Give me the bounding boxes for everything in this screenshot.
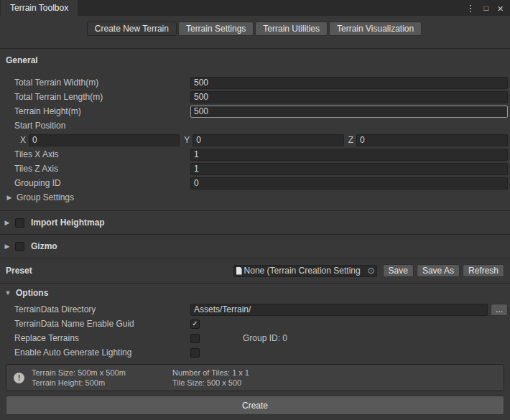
terrain-width-label: Total Terrain Width(m) (0, 78, 190, 88)
gizmo-band: ▶ Gizmo (0, 235, 510, 258)
replace-terrains-label: Replace Terrains (0, 333, 190, 343)
terrain-length-label: Total Terrain Length(m) (0, 92, 190, 102)
create-button[interactable]: Create (6, 396, 504, 415)
auto-lighting-label: Enable Auto Generate Lighting (0, 347, 190, 358)
import-heightmap-checkbox[interactable] (15, 218, 24, 228)
tiles-x-label: Tiles X Axis (0, 149, 190, 159)
options-fields: TerrainData Directory ... TerrainData Na… (0, 302, 510, 360)
check-icon: ✓ (192, 320, 198, 327)
terrain-height-label: Terrain Height(m) (0, 106, 190, 116)
replace-terrains-row: Replace Terrains Group ID: 0 (0, 331, 510, 345)
tab-terrain-visualization[interactable]: Terrain Visualization (329, 22, 422, 36)
name-guid-row: TerrainData Name Enable Guid ✓ (0, 317, 510, 331)
grouping-id-input[interactable] (190, 177, 508, 190)
window-tab-terrain-toolbox[interactable]: Terrain Toolbox (1, 0, 78, 16)
start-position-x-input[interactable] (29, 134, 180, 146)
axis-y-label: Y (184, 135, 190, 145)
save-button[interactable]: Save (383, 264, 414, 277)
import-heightmap-label: Import Heightmap (31, 218, 105, 228)
replace-terrains-checkbox[interactable] (190, 334, 200, 343)
asset-file-icon (236, 267, 242, 275)
kebab-menu-icon[interactable]: ⋮ (466, 4, 476, 13)
preset-label: Preset (6, 266, 32, 276)
group-settings-label: Group Settings (17, 192, 74, 202)
object-picker-icon[interactable]: ⊙ (368, 266, 375, 275)
general-fields: Total Terrain Width(m) Total Terrain Len… (0, 75, 510, 205)
start-position-axes: X Y Z (0, 133, 510, 147)
foldout-closed-icon[interactable]: ▶ (4, 219, 11, 226)
terraindata-directory-input[interactable] (190, 304, 488, 316)
start-position-z-input[interactable] (356, 134, 508, 146)
grouping-id-label: Grouping ID (0, 178, 190, 188)
titlebar-spacer (78, 0, 465, 16)
tiles-x-row: Tiles X Axis (0, 147, 510, 162)
terrain-height-input[interactable] (190, 106, 508, 118)
mode-tabs: Create New Terrain Terrain Settings Terr… (0, 22, 510, 36)
terrain-width-row: Total Terrain Width(m) (0, 75, 510, 90)
start-position-row: Start Position (0, 118, 510, 133)
gizmo-label: Gizmo (31, 241, 57, 251)
grouping-id-row: Grouping ID (0, 176, 510, 190)
gizmo-checkbox[interactable] (15, 242, 24, 251)
tiles-z-input[interactable] (190, 163, 508, 175)
terrain-length-row: Total Terrain Length(m) (0, 90, 510, 104)
tile-size-text: Tile Size: 500 x 500 (172, 378, 249, 388)
axis-z-label: Z (348, 135, 353, 145)
options-header: Options (16, 288, 48, 298)
refresh-button[interactable]: Refresh (463, 264, 504, 277)
terrain-size-text: Terrain Size: 500m x 500m (32, 368, 165, 378)
foldout-open-icon: ▼ (4, 289, 11, 297)
import-heightmap-band: ▶ Import Heightmap (0, 211, 510, 234)
terrain-height-row: Terrain Height(m) (0, 104, 510, 118)
group-id-text: Group ID: 0 (243, 333, 287, 343)
preset-object-field[interactable]: None (Terrain Creation Setting ⊙ (233, 265, 377, 277)
tiles-x-input[interactable] (190, 149, 508, 161)
tiles-z-row: Tiles Z Axis (0, 162, 510, 176)
tab-terrain-settings[interactable]: Terrain Settings (178, 22, 254, 36)
window-controls: ⋮ □ × (466, 0, 510, 16)
terrain-length-input[interactable] (190, 91, 508, 103)
divider (0, 48, 510, 49)
foldout-closed-icon[interactable]: ▶ (4, 243, 11, 250)
start-position-y-input[interactable] (193, 134, 343, 146)
tab-terrain-utilities[interactable]: Terrain Utilities (255, 22, 328, 36)
terraindata-directory-label: TerrainData Directory (0, 304, 190, 314)
terrain-width-input[interactable] (190, 77, 508, 89)
terrain-height-text: Terrain Height: 500m (32, 378, 165, 388)
info-column-left: Terrain Size: 500m x 500m Terrain Height… (32, 368, 165, 388)
auto-lighting-row: Enable Auto Generate Lighting (0, 345, 510, 360)
window-title: Terrain Toolbox (10, 3, 68, 13)
number-of-tiles-text: Number of Tiles: 1 x 1 (172, 368, 249, 378)
tiles-z-label: Tiles Z Axis (0, 164, 190, 174)
tab-create-new-terrain[interactable]: Create New Terrain (87, 22, 177, 36)
terrain-summary-infobox: ! Terrain Size: 500m x 500m Terrain Heig… (6, 364, 504, 391)
name-guid-label: TerrainData Name Enable Guid (0, 319, 190, 329)
name-guid-checkbox[interactable]: ✓ (190, 319, 200, 329)
foldout-closed-icon: ▶ (6, 194, 13, 201)
group-settings-foldout[interactable]: ▶ Group Settings (0, 190, 510, 205)
auto-lighting-checkbox[interactable] (190, 348, 200, 358)
axis-x-label: X (20, 135, 26, 145)
general-section-header: General (6, 55, 510, 67)
title-bar: Terrain Toolbox ⋮ □ × (0, 0, 510, 16)
start-position-label: Start Position (0, 121, 190, 131)
maximize-icon[interactable]: □ (484, 4, 489, 12)
browse-button[interactable]: ... (491, 304, 508, 316)
preset-object-value: None (Terrain Creation Setting (244, 266, 366, 276)
options-foldout[interactable]: ▼ Options (0, 284, 510, 302)
terraindata-directory-row: TerrainData Directory ... (0, 302, 510, 317)
close-icon[interactable]: × (497, 3, 504, 14)
save-as-button[interactable]: Save As (417, 264, 460, 277)
info-column-right: Number of Tiles: 1 x 1 Tile Size: 500 x … (172, 368, 249, 388)
preset-band: Preset None (Terrain Creation Setting ⊙ … (0, 258, 510, 283)
info-icon: ! (14, 373, 24, 383)
